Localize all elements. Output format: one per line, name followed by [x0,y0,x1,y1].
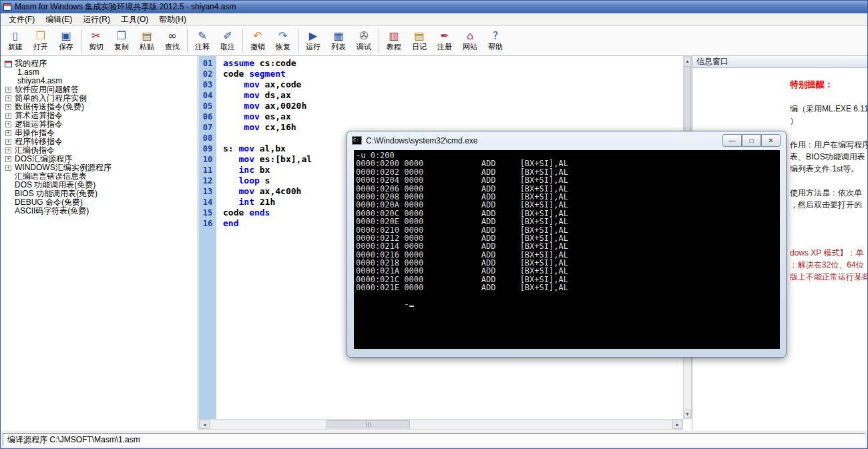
scroll-down-icon[interactable]: ▼ [684,410,691,418]
info-panel-header: 信息窗口 [692,56,867,68]
expand-plus-icon[interactable] [5,121,11,127]
line-number: 11 [199,165,216,175]
code-text: mov es:[bx],al [216,154,312,165]
open-button[interactable]: ❒ 打开 [28,27,53,55]
cmd-window[interactable]: C:\Windows\system32\cmd.exe — □ ✕ -u 0:2… [347,131,787,358]
close-button[interactable]: ✕ [761,134,781,147]
toolbar-button-label: 注册 [437,42,452,52]
tutorial-icon: ▥ [389,30,399,41]
toolbar-button-label: 取注 [220,42,235,52]
expand-plus-icon[interactable] [5,104,11,110]
register-button[interactable]: ✒ 注册 [432,27,457,55]
cut-button[interactable]: ✂ 剪切 [83,27,109,55]
tree-item[interactable]: 程序转移指令 [1,137,198,146]
expand-plus-icon[interactable] [5,147,11,153]
expand-plus-icon[interactable] [5,87,11,93]
tree-file-item[interactable]: shiyan4.asm [1,77,198,85]
save-button[interactable]: ▣ 保存 [53,27,79,55]
clipboard-icon: ▤ [142,30,152,41]
maximize-button[interactable]: □ [742,134,761,147]
console-line: 0000:0204 0000 ADD [BX+SI],AL [356,176,778,184]
expand-plus-icon[interactable] [5,165,11,171]
binoculars-icon: ∞ [168,30,176,41]
program-icon [5,61,12,67]
undo-button[interactable]: ↶ 撤销 [245,27,270,55]
tree-item[interactable]: BIOS 功能调用表(免费) [1,189,198,198]
run-arrow-icon: ▶ [309,30,317,41]
open-folder-icon: ❒ [36,30,45,41]
line-number: 06 [199,111,216,122]
expand-plus-icon[interactable] [5,113,11,119]
minimize-button[interactable]: — [722,134,742,147]
line-number: 10 [199,154,216,165]
tree-root-label: 我的程序 [15,59,47,68]
horizontal-scroll-thumb[interactable] [327,420,410,428]
tutorial-button[interactable]: ▥ 教程 [381,27,407,55]
scroll-left-icon[interactable]: ◄ [200,420,210,429]
tree-item[interactable]: 汇编伪指令 [1,146,198,155]
expand-plus-icon[interactable] [5,156,11,162]
menu-item[interactable]: 编辑(E) [40,13,77,27]
scroll-up-icon[interactable]: ▲ [684,57,691,65]
uncomment-button[interactable]: ✐ 取注 [215,27,240,55]
tree-item[interactable]: 数据传送指令(免费) [1,103,198,111]
code-text: assume cs:code [216,58,296,69]
cmd-title-bar[interactable]: C:\Windows\system32\cmd.exe — □ ✕ [347,131,786,149]
line-number: 01 [199,58,216,69]
expand-plus-icon[interactable] [5,139,11,145]
info-text-line: ） [692,115,867,127]
website-button[interactable]: ⌂ 网站 [457,27,483,55]
run-button[interactable]: ▶ 运行 [300,27,326,55]
tree-item[interactable]: DOS 功能调用表(免费) [1,181,198,189]
tree-item[interactable]: 简单的入门程序实例 [1,94,198,103]
toolbar-separator [81,29,81,53]
console-output[interactable]: -u 0:200 0000:0200 0000 ADD [BX+SI],AL 0… [354,150,780,349]
tree-item[interactable]: 逻辑运算指令 [1,120,198,129]
toolbar-button-label: 网站 [463,42,477,52]
console-prompt-line: - [356,292,778,300]
menu-item[interactable]: 工具(O) [116,13,154,27]
tree-item[interactable]: 串操作指令 [1,129,198,137]
tree-item[interactable]: 算术运算指令 [1,111,198,120]
home-icon: ⌂ [467,30,473,41]
editor-horizontal-scrollbar[interactable]: ◄ ► [199,419,683,430]
new-button[interactable]: ▯ 新建 [3,27,28,55]
menu-item[interactable]: 文件(F) [3,13,40,27]
expand-plus-icon[interactable] [5,95,11,101]
title-bar[interactable]: Masm for Windows 集成实验环境共享版 2012.5 - shiy… [1,1,867,13]
copy-button[interactable]: ❐ 复制 [109,27,134,55]
help-button[interactable]: ? 帮助 [483,27,508,55]
find-button[interactable]: ∞ 查找 [160,27,185,55]
redo-button[interactable]: ↷ 恢复 [270,27,296,55]
info-text-line: 编（采用ML.EXE 6.11 [692,103,867,115]
toolbar-button-label: 新建 [8,42,23,52]
tree-item[interactable]: DEBUG 命令(免费) [1,198,198,207]
line-number: 13 [199,186,216,197]
tree-item[interactable]: DOS汇编源程序 [1,155,198,163]
tree-item[interactable]: 软件应用问题解答 [1,85,198,94]
scroll-right-icon[interactable]: ► [672,420,682,429]
menu-item[interactable]: 帮助(H) [154,13,192,27]
code-text: end [216,218,238,229]
list-button[interactable]: ▦ 列表 [326,27,351,55]
comment-button[interactable]: ✎ 注释 [190,27,215,55]
code-text: mov ax,4c00h [216,186,301,197]
toolbar-button-label: 注释 [195,42,210,52]
paste-button[interactable]: ▤ 粘贴 [134,27,160,55]
toolbar-button-label: 打开 [33,42,48,52]
toolbar: ▯ 新建 ❒ 打开 ▣ 保存 ✂ 剪切 ❐ 复制 [1,26,867,56]
tree-item[interactable]: WINDOWS汇编实例源程序 [1,163,198,172]
cmd-window-controls: — □ ✕ [722,134,781,147]
expand-plus-icon[interactable] [5,130,11,136]
tree-file-item[interactable]: 1.asm [1,68,198,77]
tree-root-item[interactable]: 我的程序 [1,59,198,68]
app-icon [3,3,11,11]
toolbar-button-label: 教程 [387,42,401,52]
tree-item[interactable]: ASCII码字符表(免费) [1,207,198,215]
diary-button[interactable]: ▤ 日记 [407,27,432,55]
debug-button[interactable]: ✇ 调试 [351,27,377,55]
new-file-icon: ▯ [13,30,19,41]
tree-item[interactable]: 汇编语言错误信息表 [1,172,198,181]
menu-item[interactable]: 运行(R) [77,13,116,27]
line-number: 09 [199,143,216,154]
